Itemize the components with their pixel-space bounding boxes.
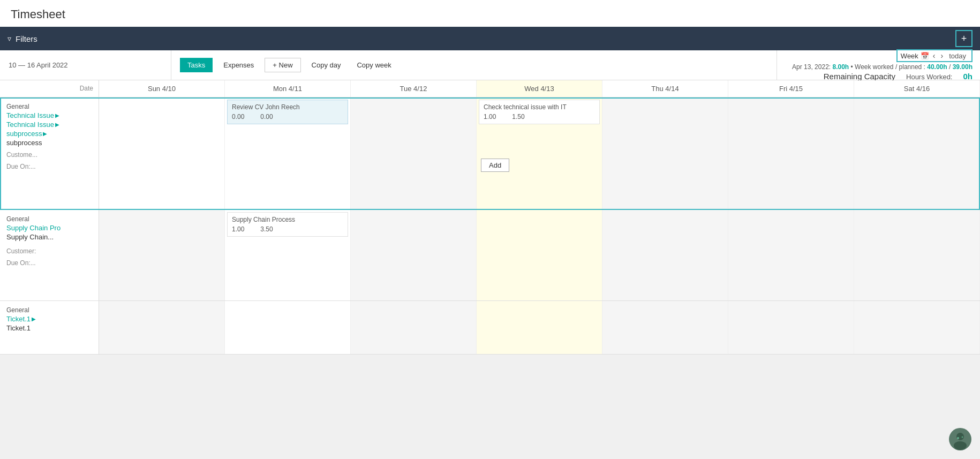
row-1-task1-arrow: ▶ xyxy=(55,112,59,118)
row-1-sat xyxy=(854,97,980,209)
row-3-project-type: General xyxy=(6,306,92,314)
next-week-button[interactable]: › xyxy=(939,51,945,60)
date-col-header: Date xyxy=(0,80,99,97)
new-button[interactable]: + New xyxy=(265,58,300,72)
row-3-fri xyxy=(728,301,854,354)
page-title: Timesheet xyxy=(0,0,980,27)
tasks-button[interactable]: Tasks xyxy=(180,58,213,72)
row-1-task3-arrow: ▶ xyxy=(43,131,47,137)
col-thu: Thu 4/14 xyxy=(602,80,728,97)
calendar-row-3: General Ticket.1 ▶ Ticket.1 xyxy=(0,301,980,355)
row-1-task3[interactable]: subprocess ▶ xyxy=(6,130,92,138)
row-3-sun xyxy=(99,301,225,354)
add-button-row1-wed[interactable]: Add xyxy=(481,159,509,172)
col-sun: Sun 4/10 xyxy=(99,80,225,97)
col-sat: Sat 4/16 xyxy=(854,80,980,97)
row-2-wed xyxy=(477,210,602,300)
row-1-task1[interactable]: Technical Issue ▶ xyxy=(6,111,92,119)
filter-bar: ▿ Filters + xyxy=(0,27,980,50)
filter-bar-left: ▿ Filters xyxy=(7,34,37,43)
row-2-task2: Supply Chain... xyxy=(6,233,92,241)
row-3-mon xyxy=(225,301,351,354)
hours-worked-value: 0h xyxy=(963,72,973,81)
row-2-label: General Supply Chain Pro Supply Chain...… xyxy=(0,210,99,300)
row-1-task2-arrow: ▶ xyxy=(55,122,59,127)
toolbar-center: Tasks Expenses + New Copy day Copy week xyxy=(171,50,777,80)
row-1-mon: Review CV John Reech 0.00 0.00 xyxy=(225,97,351,209)
col-tue: Tue 4/12 xyxy=(351,80,477,97)
calendar-row-2: General Supply Chain Pro Supply Chain...… xyxy=(0,210,980,301)
col-wed: Wed 4/13 xyxy=(477,80,602,97)
row-1-task4: subprocess xyxy=(6,139,92,147)
row-2-project-type: General xyxy=(6,215,92,223)
calendar-row-1: General Technical Issue ▶ Technical Issu… xyxy=(0,97,980,210)
row-2-mon: Supply Chain Process 1.00 3.50 xyxy=(225,210,351,300)
row-1-fri xyxy=(728,97,854,209)
entry-supply-chain[interactable]: Supply Chain Process 1.00 3.50 xyxy=(227,212,348,237)
week-nav: Week 📅 ‹ › today xyxy=(896,49,973,62)
row-3-task1[interactable]: Ticket.1 ▶ xyxy=(6,315,92,323)
row-1-due: Due On:... xyxy=(6,163,92,170)
row-2-fri xyxy=(728,210,854,300)
hours-info: Apr 13, 2022: 8.00h • Week worked / plan… xyxy=(792,63,973,71)
row-3-wed xyxy=(477,301,602,354)
calendar-header: Date Sun 4/10 Mon 4/11 Tue 4/12 Wed 4/13… xyxy=(0,80,980,97)
entry-review-cv[interactable]: Review CV John Reech 0.00 0.00 xyxy=(227,100,348,124)
col-fri: Fri 4/15 xyxy=(728,80,854,97)
calendar-icon: 📅 xyxy=(921,52,929,60)
row-3-task2: Ticket.1 xyxy=(6,324,92,332)
row-1-task2[interactable]: Technical Issue ▶ xyxy=(6,121,92,129)
week-label: Week xyxy=(901,52,918,60)
row-1-thu xyxy=(602,97,728,209)
row-2-task1[interactable]: Supply Chain Pro xyxy=(6,224,92,232)
filter-label: Filters xyxy=(16,34,37,43)
row-3-tue xyxy=(351,301,477,354)
row-2-tue xyxy=(351,210,477,300)
row-2-sat xyxy=(854,210,980,300)
row-2-customer: Customer: xyxy=(6,247,92,255)
copy-week-button[interactable]: Copy week xyxy=(351,58,396,72)
copy-day-button[interactable]: Copy day xyxy=(306,58,346,72)
filter-add-button[interactable]: + xyxy=(955,30,973,47)
toolbar-date-range: 10 — 16 April 2022 xyxy=(0,50,171,80)
row-1-customer: Custome... xyxy=(6,151,92,159)
row-3-thu xyxy=(602,301,728,354)
toolbar-right: Week 📅 ‹ › today Apr 13, 2022: 8.00h • W… xyxy=(777,50,980,80)
prev-week-button[interactable]: ‹ xyxy=(931,51,937,60)
col-mon: Mon 4/11 xyxy=(225,80,351,97)
entry-check-technical[interactable]: Check technical issue with IT 1.00 1.50 xyxy=(479,100,600,124)
hours-worked-label: Hours Worked: xyxy=(906,73,952,81)
row-1-tue xyxy=(351,97,477,209)
filter-icon: ▿ xyxy=(7,34,11,43)
row-1-sun xyxy=(99,97,225,209)
expenses-button[interactable]: Expenses xyxy=(218,58,259,72)
today-button[interactable]: today xyxy=(947,52,968,60)
row-3-label: General Ticket.1 ▶ Ticket.1 xyxy=(0,301,99,354)
row-2-thu xyxy=(602,210,728,300)
toolbar: 10 — 16 April 2022 Tasks Expenses + New … xyxy=(0,50,980,80)
calendar: Date Sun 4/10 Mon 4/11 Tue 4/12 Wed 4/13… xyxy=(0,80,980,355)
row-3-sat xyxy=(854,301,980,354)
row-2-sun xyxy=(99,210,225,300)
row-1-label: General Technical Issue ▶ Technical Issu… xyxy=(0,97,99,209)
row-1-wed: Check technical issue with IT 1.00 1.50 … xyxy=(477,97,602,209)
row-1-project-type: General xyxy=(6,103,92,110)
row-2-due: Due On:... xyxy=(6,259,92,267)
remaining-capacity-label: Remaining Capacity xyxy=(824,72,895,81)
